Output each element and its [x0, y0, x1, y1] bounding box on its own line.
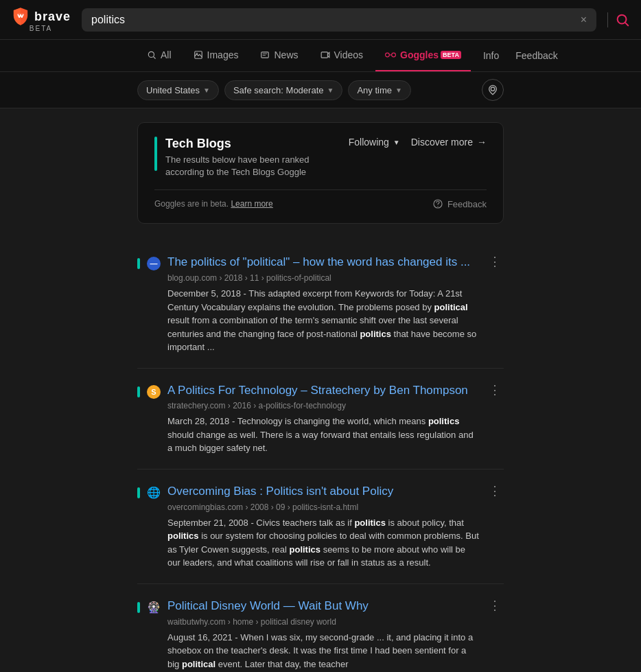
main-content: Tech Blogs The results below have been r… [0, 108, 641, 672]
result-title[interactable]: A Politics For Technology – Stratechery … [167, 382, 479, 399]
region-chevron-icon: ▼ [203, 86, 210, 94]
discover-more-label: Discover more [411, 137, 473, 148]
time-filter[interactable]: Any time ▼ [348, 80, 410, 100]
result-body: Overcoming Bias : Politics isn't about P… [167, 483, 479, 570]
beta-notice-text: Goggles are in beta. Learn more [154, 199, 273, 209]
result-more-button[interactable]: ⋮ [486, 382, 504, 397]
tab-news[interactable]: News [250, 40, 307, 71]
result-body: A Politics For Technology – Stratechery … [167, 382, 479, 455]
result-snippet: December 5, 2018 - This adapted excerpt … [167, 287, 479, 354]
following-label: Following [349, 137, 389, 148]
goggle-accent-bar [154, 137, 157, 171]
region-filter-label: United States [146, 85, 200, 95]
beta-badge: BETA [441, 51, 461, 59]
goggle-description: The results below have been ranked accor… [165, 154, 340, 178]
brave-logo-text: brave [34, 10, 71, 24]
goggle-title: Tech Blogs [165, 137, 340, 151]
tab-news-label: News [274, 49, 298, 60]
nav-tabs: All Images News Videos GogglesBETA Info … [0, 40, 641, 72]
brave-logo: brave BETA [11, 7, 71, 32]
beta-notice: Goggles are in beta. Learn more Feedback [154, 189, 487, 209]
result-body: The politics of "political" – how the wo… [167, 254, 479, 354]
videos-icon [320, 50, 330, 60]
result-accent [137, 602, 140, 613]
images-icon [194, 50, 203, 60]
result-more-button[interactable]: ⋮ [486, 598, 504, 613]
result-snippet: August 16, 2021 - When I was six, my sec… [167, 631, 479, 671]
feedback-icon [432, 198, 443, 209]
tab-videos-label: Videos [334, 49, 364, 60]
result-title[interactable]: Political Disney World — Wait But Why [167, 598, 479, 614]
top-bar: brave BETA × [0, 0, 641, 40]
brave-beta-label: BETA [30, 25, 52, 32]
goggles-icon [385, 51, 396, 58]
filters-row: United States ▼ Safe search: Moderate ▼ … [0, 72, 641, 108]
result-item: S A Politics For Technology – Stratecher… [137, 369, 504, 470]
goggle-banner: Tech Blogs The results below have been r… [137, 122, 504, 224]
svg-point-10 [437, 207, 438, 207]
time-chevron-icon: ▼ [395, 86, 402, 94]
time-filter-label: Any time [357, 85, 392, 95]
goggle-feedback-label: Feedback [447, 199, 487, 209]
result-url: waitbutwhy.com › home › political disney… [167, 617, 479, 627]
goggle-actions: Following ▼ Discover more → [349, 137, 487, 148]
svg-rect-7 [392, 53, 396, 57]
all-icon [147, 50, 156, 60]
discover-more-button[interactable]: Discover more → [411, 137, 487, 148]
result-item: 🎡 Political Disney World — Wait But Why … [137, 584, 504, 672]
result-item: 🌐 Overcoming Bias : Politics isn't about… [137, 470, 504, 584]
result-snippet: March 28, 2018 - Technology is changing … [167, 415, 479, 455]
result-title[interactable]: Overcoming Bias : Politics isn't about P… [167, 483, 479, 500]
svg-point-8 [491, 87, 494, 91]
tab-all-label: All [161, 49, 172, 60]
location-button[interactable] [482, 79, 504, 101]
search-icon [615, 12, 630, 27]
search-bar: × [82, 8, 596, 32]
svg-rect-4 [261, 52, 269, 58]
result-item: — The politics of "political" – how the … [137, 240, 504, 368]
tab-goggles-label: Goggles [400, 49, 439, 60]
news-icon [260, 50, 270, 60]
result-favicon: — [147, 257, 161, 270]
tab-videos[interactable]: Videos [311, 40, 373, 71]
result-title[interactable]: The politics of "political" – how the wo… [167, 254, 479, 270]
result-url: overcomingbias.com › 2008 › 09 › politic… [167, 502, 479, 512]
search-clear-button[interactable]: × [581, 14, 587, 26]
following-button[interactable]: Following ▼ [349, 137, 400, 148]
tab-images-label: Images [207, 49, 239, 60]
result-more-button[interactable]: ⋮ [486, 483, 504, 498]
tab-goggles[interactable]: GogglesBETA [375, 40, 471, 71]
result-favicon: 🎡 [147, 601, 161, 614]
svg-rect-6 [386, 53, 390, 57]
following-chevron-icon: ▼ [393, 139, 400, 146]
safe-search-label: Safe search: Moderate [233, 85, 324, 95]
tab-all[interactable]: All [137, 40, 181, 71]
result-favicon: S [147, 385, 161, 399]
svg-rect-5 [321, 52, 327, 58]
result-accent [137, 258, 140, 269]
safe-search-chevron-icon: ▼ [327, 86, 334, 94]
result-body: Political Disney World — Wait But Why wa… [167, 598, 479, 671]
goggles-beta-text: Goggles are in beta. [154, 199, 229, 209]
goggle-info: Tech Blogs The results below have been r… [165, 137, 340, 178]
nav-info[interactable]: Info [476, 40, 506, 71]
discover-arrow-icon: → [477, 137, 487, 148]
result-more-button[interactable]: ⋮ [486, 254, 504, 269]
search-input[interactable] [91, 14, 574, 26]
result-accent [137, 386, 140, 397]
result-accent [137, 487, 140, 498]
tab-images[interactable]: Images [184, 40, 248, 71]
search-lens-button[interactable] [607, 12, 630, 27]
learn-more-link[interactable]: Learn more [231, 199, 272, 209]
goggle-feedback-button[interactable]: Feedback [432, 198, 487, 209]
safe-search-filter[interactable]: Safe search: Moderate ▼ [224, 80, 342, 100]
result-url: stratechery.com › 2016 › a-politics-for-… [167, 401, 479, 410]
nav-feedback-top[interactable]: Feedback [509, 40, 564, 71]
brave-shield-icon [11, 7, 30, 26]
result-url: blog.oup.com › 2018 › 11 › politics-of-p… [167, 273, 479, 283]
result-favicon: 🌐 [147, 486, 161, 500]
region-filter[interactable]: United States ▼ [137, 80, 219, 100]
location-icon [487, 84, 498, 95]
result-snippet: September 21, 2008 - Civics teachers tal… [167, 516, 479, 570]
